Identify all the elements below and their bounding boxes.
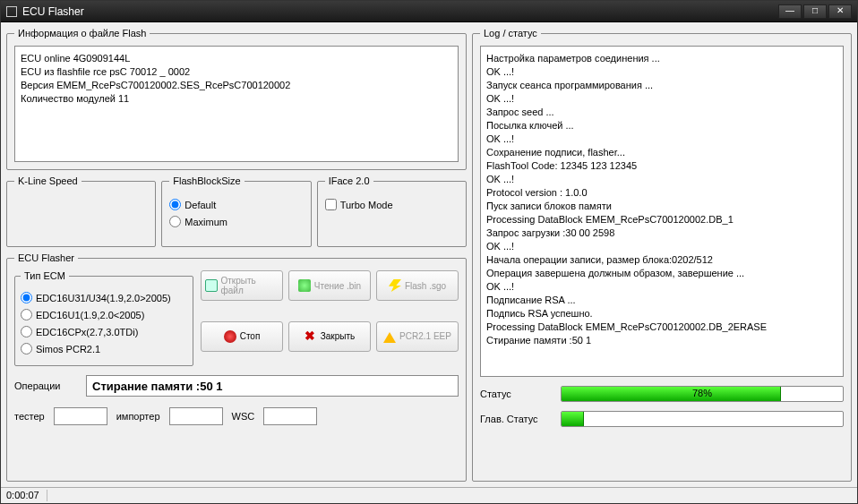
importer-label: импортер [116, 411, 160, 422]
ecm-type-group: Тип ECM EDC16U31/U34(1.9,2.0>2005)EDC16U… [14, 270, 193, 366]
read-bin-button[interactable]: Чтение .bin [288, 270, 371, 301]
ecm-option[interactable]: EDC16U31/U34(1.9,2.0>2005) [21, 292, 187, 303]
close-window-button[interactable]: ✕ [828, 4, 852, 19]
tester-input[interactable] [54, 407, 107, 425]
main-status-progress-bar [562, 412, 584, 426]
kline-speed-group: K-Line Speed [6, 175, 156, 247]
maximize-button[interactable]: □ [803, 4, 827, 19]
app-icon [6, 6, 17, 17]
ecu-flasher-group: ECU Flasher Тип ECM EDC16U31/U34(1.9,2.0… [6, 252, 467, 482]
ecm-radio[interactable] [21, 343, 32, 355]
stop-button[interactable]: Стоп [201, 321, 283, 352]
ecm-radio[interactable] [21, 309, 32, 320]
status-label: Статус [480, 389, 552, 399]
operations-label: Операции [14, 380, 77, 391]
iface-legend: IFace 2.0 [325, 175, 373, 186]
flashblock-group: FlashBlockSize Default Maximum [161, 175, 311, 247]
close-button[interactable]: ✖ Закрыть [288, 321, 371, 352]
titlebar[interactable]: ECU Flasher — □ ✕ [1, 1, 857, 22]
main-status-progress [561, 411, 844, 427]
wsc-input[interactable] [263, 407, 317, 425]
tester-label: тестер [14, 411, 45, 422]
ecm-radio[interactable] [21, 292, 32, 303]
read-bin-icon [298, 279, 311, 292]
content-area: Информация о файле Flash ECU online 4G09… [1, 22, 857, 487]
status-progress-text: 78% [562, 388, 843, 398]
flash-icon [389, 279, 401, 292]
operations-field: Стирание памяти :50 1 [86, 375, 459, 397]
turbo-mode-option[interactable]: Turbo Mode [325, 199, 459, 210]
log-group: Log / статус Настройка параметров соедин… [472, 28, 852, 482]
close-icon: ✖ [305, 330, 317, 343]
turbo-mode-checkbox[interactable] [325, 199, 337, 210]
flash-info-legend: Информация о файле Flash [14, 28, 150, 38]
log-text[interactable]: Настройка параметров соединения ...OK ..… [480, 46, 844, 377]
flashblock-default-radio[interactable] [169, 199, 181, 210]
kline-speed-legend: K-Line Speed [14, 175, 82, 186]
ecm-option[interactable]: EDC16U1(1.9,2.0<2005) [21, 309, 187, 320]
statusbar: 0:00:07 [1, 487, 857, 503]
flashblock-maximum-radio[interactable] [169, 216, 181, 227]
main-status-label: Глав. Статус [480, 414, 552, 424]
flash-info-text[interactable]: ECU online 4G0909144LECU из flashfile rc… [14, 46, 459, 162]
ecm-option[interactable]: Simos PCR2.1 [21, 343, 187, 355]
ecm-option[interactable]: EDC16CPx(2.7,3.0TDi) [21, 326, 187, 337]
iface-group: IFace 2.0 Turbo Mode [317, 175, 467, 247]
warning-icon [383, 330, 396, 343]
ecu-flasher-legend: ECU Flasher [14, 252, 78, 263]
flashblock-maximum-option[interactable]: Maximum [169, 216, 303, 227]
stop-icon [224, 330, 236, 343]
ecm-radio[interactable] [21, 326, 32, 337]
flashblock-legend: FlashBlockSize [169, 175, 244, 186]
window-title: ECU Flasher [22, 5, 778, 18]
flash-info-group: Информация о файле Flash ECU online 4G09… [6, 28, 467, 170]
flash-sgo-button[interactable]: Flash .sgo [376, 270, 459, 301]
main-window: ECU Flasher — □ ✕ Информация о файле Fla… [0, 0, 858, 504]
wsc-label: WSC [232, 411, 255, 422]
importer-input[interactable] [169, 407, 223, 425]
log-legend: Log / статус [480, 28, 541, 38]
flashblock-default-option[interactable]: Default [169, 199, 303, 210]
open-file-icon [205, 279, 218, 292]
status-progress: 78% [561, 386, 844, 402]
statusbar-time: 0:00:07 [6, 490, 47, 501]
pcr-eep-button[interactable]: PCR2.1 EEP [376, 321, 459, 352]
open-file-button[interactable]: Открыть файл [201, 270, 283, 301]
ecm-type-legend: Тип ECM [21, 270, 69, 281]
minimize-button[interactable]: — [778, 4, 802, 19]
